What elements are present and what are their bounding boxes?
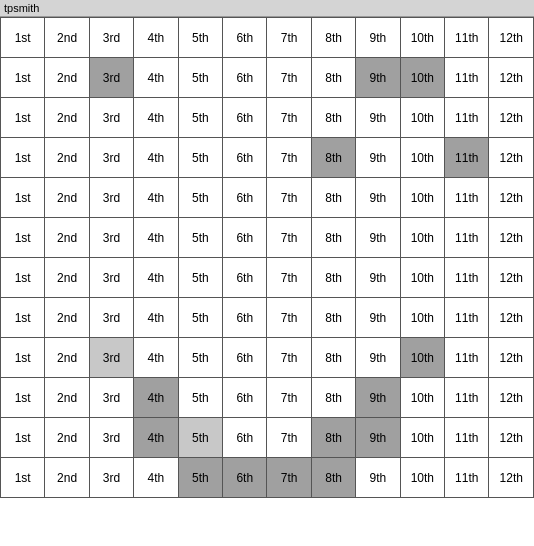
table-cell: 9th	[356, 98, 400, 138]
table-cell: 12th	[489, 178, 534, 218]
table-cell: 10th	[400, 458, 444, 498]
table-cell: 1st	[1, 378, 45, 418]
table-row: 1st2nd3rd4th5th6th7th8th9th10th11th12th	[1, 98, 534, 138]
table-cell: 3rd	[89, 418, 133, 458]
table-cell: 12th	[489, 298, 534, 338]
table-row: 1st2nd3rd4th5th6th7th8th9th10th11th12th	[1, 418, 534, 458]
table-cell: 1st	[1, 418, 45, 458]
table-cell: 2nd	[45, 18, 89, 58]
table-cell: 7th	[267, 58, 311, 98]
table-cell: 4th	[134, 138, 178, 178]
table-cell: 9th	[356, 298, 400, 338]
table-cell: 9th	[356, 418, 400, 458]
table-cell: 1st	[1, 138, 45, 178]
table-cell: 4th	[134, 298, 178, 338]
table-row: 1st2nd3rd4th5th6th7th8th9th10th11th12th	[1, 378, 534, 418]
table-cell: 10th	[400, 298, 444, 338]
table-cell: 5th	[178, 338, 222, 378]
table-cell: 4th	[134, 338, 178, 378]
table-cell: 6th	[223, 458, 267, 498]
app-title: tpsmith	[4, 2, 39, 14]
table-cell: 7th	[267, 378, 311, 418]
table-cell: 12th	[489, 378, 534, 418]
table-cell: 9th	[356, 218, 400, 258]
table-cell: 1st	[1, 298, 45, 338]
table-cell: 8th	[311, 418, 355, 458]
table-cell: 3rd	[89, 258, 133, 298]
table-cell: 12th	[489, 18, 534, 58]
table-cell: 2nd	[45, 58, 89, 98]
table-cell: 11th	[445, 378, 489, 418]
table-cell: 6th	[223, 298, 267, 338]
table-row: 1st2nd3rd4th5th6th7th8th9th10th11th12th	[1, 58, 534, 98]
table-cell: 10th	[400, 18, 444, 58]
table-cell: 4th	[134, 378, 178, 418]
table-row: 1st2nd3rd4th5th6th7th8th9th10th11th12th	[1, 218, 534, 258]
table-cell: 3rd	[89, 178, 133, 218]
table-cell: 2nd	[45, 458, 89, 498]
table-row: 1st2nd3rd4th5th6th7th8th9th10th11th12th	[1, 138, 534, 178]
table-cell: 8th	[311, 218, 355, 258]
table-cell: 7th	[267, 458, 311, 498]
table-cell: 4th	[134, 98, 178, 138]
title-bar: tpsmith	[0, 0, 534, 17]
table-cell: 1st	[1, 178, 45, 218]
table-cell: 4th	[134, 178, 178, 218]
table-cell: 12th	[489, 98, 534, 138]
table-cell: 12th	[489, 218, 534, 258]
table-cell: 9th	[356, 458, 400, 498]
table-cell: 6th	[223, 98, 267, 138]
table-cell: 10th	[400, 178, 444, 218]
table-cell: 9th	[356, 58, 400, 98]
table-cell: 10th	[400, 418, 444, 458]
table-cell: 6th	[223, 378, 267, 418]
table-cell: 2nd	[45, 98, 89, 138]
table-cell: 6th	[223, 258, 267, 298]
table-cell: 2nd	[45, 258, 89, 298]
table-cell: 7th	[267, 418, 311, 458]
table-cell: 3rd	[89, 138, 133, 178]
table-cell: 12th	[489, 418, 534, 458]
table-cell: 8th	[311, 178, 355, 218]
table-cell: 4th	[134, 258, 178, 298]
table-cell: 2nd	[45, 338, 89, 378]
table-cell: 11th	[445, 138, 489, 178]
table-cell: 1st	[1, 338, 45, 378]
table-cell: 5th	[178, 218, 222, 258]
table-cell: 8th	[311, 458, 355, 498]
table-cell: 2nd	[45, 298, 89, 338]
table-cell: 11th	[445, 338, 489, 378]
table-cell: 5th	[178, 138, 222, 178]
table-cell: 6th	[223, 58, 267, 98]
table-cell: 11th	[445, 458, 489, 498]
table-cell: 7th	[267, 258, 311, 298]
table-cell: 12th	[489, 58, 534, 98]
table-cell: 10th	[400, 218, 444, 258]
table-cell: 2nd	[45, 138, 89, 178]
table-cell: 12th	[489, 338, 534, 378]
table-cell: 9th	[356, 258, 400, 298]
table-cell: 5th	[178, 178, 222, 218]
table-cell: 3rd	[89, 298, 133, 338]
table-cell: 3rd	[89, 338, 133, 378]
table-cell: 12th	[489, 138, 534, 178]
table-cell: 5th	[178, 258, 222, 298]
table-cell: 11th	[445, 258, 489, 298]
table-cell: 11th	[445, 218, 489, 258]
table-cell: 3rd	[89, 98, 133, 138]
table-cell: 6th	[223, 178, 267, 218]
grid-container: 1st2nd3rd4th5th6th7th8th9th10th11th12th1…	[0, 17, 534, 546]
table-cell: 3rd	[89, 58, 133, 98]
table-row: 1st2nd3rd4th5th6th7th8th9th10th11th12th	[1, 258, 534, 298]
table-cell: 8th	[311, 98, 355, 138]
table-cell: 1st	[1, 218, 45, 258]
table-cell: 8th	[311, 378, 355, 418]
table-cell: 4th	[134, 418, 178, 458]
table-cell: 11th	[445, 18, 489, 58]
table-cell: 10th	[400, 58, 444, 98]
table-cell: 10th	[400, 258, 444, 298]
table-cell: 7th	[267, 18, 311, 58]
table-cell: 6th	[223, 338, 267, 378]
table-cell: 5th	[178, 458, 222, 498]
table-row: 1st2nd3rd4th5th6th7th8th9th10th11th12th	[1, 178, 534, 218]
